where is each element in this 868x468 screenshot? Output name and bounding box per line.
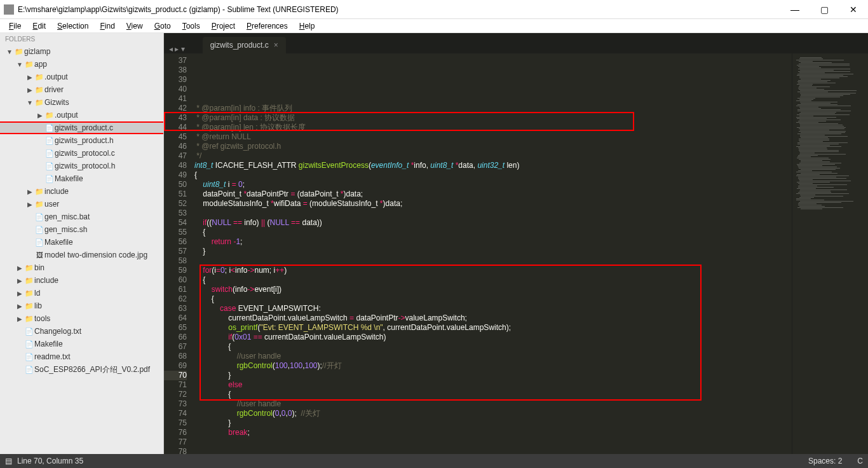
tree-item[interactable]: ▼📁app xyxy=(0,58,163,71)
tab-nav[interactable]: ◂ ▸ ▾ xyxy=(164,45,190,53)
tree-item[interactable]: ▶📁include xyxy=(0,185,163,198)
window-title: E:\vmshare\gizlamp\app\Gizwits\gizwits_p… xyxy=(18,5,780,14)
tree-item[interactable]: 📄gizwits_protocol.c xyxy=(0,147,163,160)
maximize-button[interactable]: ▢ xyxy=(810,0,839,19)
sidebar[interactable]: FOLDERS ▼📁gizlamp▼📁app▶📁.output▶📁driver▼… xyxy=(0,33,164,454)
menu-goto[interactable]: Goto xyxy=(151,20,175,32)
tree-item[interactable]: ▶📁include xyxy=(0,274,163,287)
tab-label: gizwits_product.c xyxy=(210,41,269,50)
tree-item[interactable]: ▶📁user xyxy=(0,198,163,210)
editor: ◂ ▸ ▾ gizwits_product.c × 37383940414243… xyxy=(164,33,868,454)
tree-item[interactable]: 📄SoC_ESP8266_API介绍_V0.2.pdf xyxy=(0,363,163,376)
menu-help[interactable]: Help xyxy=(295,20,319,32)
tree-item[interactable]: 📄Makefile xyxy=(0,338,163,350)
menu-selection[interactable]: Selection xyxy=(53,20,92,32)
menu-preferences[interactable]: Preferences xyxy=(243,20,292,32)
tree-item[interactable]: 📄Changelog.txt xyxy=(0,325,163,338)
gutter: 3738394041424344454647484950515253545556… xyxy=(164,53,194,454)
sidebar-header: FOLDERS xyxy=(0,33,163,45)
titlebar: E:\vmshare\gizlamp\app\Gizwits\gizwits_p… xyxy=(0,0,868,19)
tree-item[interactable]: 📄gizwits_product.c xyxy=(0,121,164,134)
tree-item[interactable]: 📄gen_misc.sh xyxy=(0,223,163,236)
tree-item[interactable]: 📄gizwits_product.h xyxy=(0,134,163,147)
tree-item[interactable]: ▶📁.output xyxy=(0,71,163,83)
tree-item[interactable]: ▶📁.output xyxy=(0,109,163,121)
menubar: FileEditSelectionFindViewGotoToolsProjec… xyxy=(0,19,868,33)
tab-close-icon[interactable]: × xyxy=(274,41,278,50)
tree-item[interactable]: ▶📁ld xyxy=(0,287,163,299)
tree-item[interactable]: 📄gen_misc.bat xyxy=(0,210,163,223)
app-icon xyxy=(4,4,14,15)
tree-item[interactable]: 📄readme.txt xyxy=(0,350,163,363)
tab-bar: ◂ ▸ ▾ gizwits_product.c × xyxy=(164,33,868,53)
tree-item[interactable]: 🖼model two-dimension code.jpg xyxy=(0,249,163,261)
tab-active[interactable]: gizwits_product.c × xyxy=(203,37,286,53)
menu-file[interactable]: File xyxy=(5,20,25,32)
menu-find[interactable]: Find xyxy=(96,20,118,32)
tree-item[interactable]: ▶📁lib xyxy=(0,299,163,312)
tree-item[interactable]: 📄Makefile xyxy=(0,172,163,185)
minimize-button[interactable]: — xyxy=(780,0,810,19)
status-position[interactable]: Line 70, Column 35 xyxy=(17,457,83,465)
menu-project[interactable]: Project xyxy=(208,20,239,32)
tree-item[interactable]: ▶📁tools xyxy=(0,312,163,325)
menu-tools[interactable]: Tools xyxy=(179,20,204,32)
menu-edit[interactable]: Edit xyxy=(29,20,50,32)
tree-item[interactable]: ▼📁Gizwits xyxy=(0,96,163,109)
status-indentation[interactable]: Spaces: 2 xyxy=(808,457,842,465)
tree-item[interactable]: ▶📁bin xyxy=(0,261,163,274)
tree-item[interactable]: ▼📁gizlamp xyxy=(0,45,163,58)
statusbar: ▤ Line 70, Column 35 Spaces: 2 C xyxy=(0,454,868,468)
tree-item[interactable]: ▶📁driver xyxy=(0,83,163,96)
minimap[interactable] xyxy=(792,53,868,454)
sidebar-toggle-icon[interactable]: ▤ xyxy=(5,457,12,465)
status-syntax[interactable]: C xyxy=(857,457,863,465)
tree-item[interactable]: 📄Makefile xyxy=(0,236,163,249)
menu-view[interactable]: View xyxy=(123,20,147,32)
close-button[interactable]: ✕ xyxy=(839,0,868,19)
tree-item[interactable]: 📄gizwits_protocol.h xyxy=(0,160,163,172)
code-area[interactable]: * @param[in] info : 事件队列 * @param[in] da… xyxy=(194,53,792,454)
